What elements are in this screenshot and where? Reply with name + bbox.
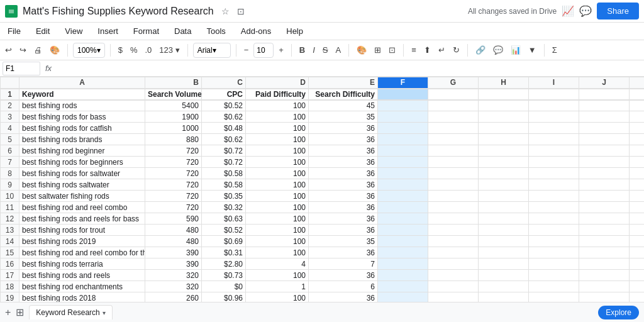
cell-cpc[interactable]: $0.32 xyxy=(202,202,246,213)
cell-keyword[interactable]: best fishing rod beginner xyxy=(19,145,145,157)
cell-f[interactable] xyxy=(378,123,428,134)
paint-format-button[interactable]: 🎨 xyxy=(47,44,62,56)
header-f[interactable] xyxy=(378,89,428,100)
cell-f[interactable] xyxy=(378,202,428,213)
decimal-button[interactable]: .0 xyxy=(143,44,155,56)
valign-button[interactable]: ⬆ xyxy=(421,44,433,56)
cell-cpc[interactable]: $0.52 xyxy=(202,225,246,236)
cell-cpc[interactable]: $0.31 xyxy=(202,247,246,258)
strikethrough-button[interactable]: S xyxy=(320,44,331,56)
share-button[interactable]: Share xyxy=(597,3,639,19)
col-header-b[interactable]: B xyxy=(145,77,202,89)
chart-icon[interactable]: 📈 xyxy=(562,5,574,17)
cell-cpc[interactable]: $0.52 xyxy=(202,100,246,111)
col-header-i[interactable]: I xyxy=(529,77,579,89)
menu-icon[interactable]: ⊡ xyxy=(237,6,245,16)
undo-button[interactable]: ↩ xyxy=(3,44,14,56)
cell-cpc[interactable]: $0.72 xyxy=(202,145,246,157)
cell-f[interactable] xyxy=(378,111,428,123)
cell-paid-difficulty[interactable]: 100 xyxy=(246,213,309,225)
cell-keyword[interactable]: best fishing rods for beginners xyxy=(19,157,145,168)
cell-search-difficulty[interactable]: 36 xyxy=(309,213,378,225)
cell-keyword[interactable]: best fishing rods brands xyxy=(19,134,145,145)
cell-search-difficulty[interactable]: 36 xyxy=(309,134,378,145)
cell-paid-difficulty[interactable]: 100 xyxy=(246,202,309,213)
sheet-scroll[interactable]: A B C D E F G H I J K L M 1 xyxy=(0,77,644,302)
filter-button[interactable]: ▼ xyxy=(526,44,539,56)
cell-paid-difficulty[interactable]: 100 xyxy=(246,134,309,145)
cell-search-volume[interactable]: 390 xyxy=(145,258,202,270)
font-size-increase[interactable]: + xyxy=(276,44,286,56)
cell-keyword[interactable]: best fishing rod and reel combo for the … xyxy=(19,247,145,258)
cell-keyword[interactable]: best fishing rods xyxy=(19,100,145,111)
header-keyword[interactable]: Keyword xyxy=(19,89,145,100)
text-color-button[interactable]: A xyxy=(333,44,344,56)
cell-paid-difficulty[interactable]: 100 xyxy=(246,247,309,258)
cell-paid-difficulty[interactable]: 100 xyxy=(246,191,309,202)
cell-f[interactable] xyxy=(378,236,428,247)
sheet-tab-keyword-research[interactable]: Keyword Research ▾ xyxy=(29,305,112,319)
cell-search-volume[interactable]: 880 xyxy=(145,134,202,145)
font-size-field[interactable]: 10 xyxy=(253,43,274,58)
col-header-h[interactable]: H xyxy=(479,77,529,89)
cell-search-difficulty[interactable]: 45 xyxy=(309,100,378,111)
cell-cpc[interactable]: $0.58 xyxy=(202,168,246,179)
cell-search-volume[interactable]: 390 xyxy=(145,247,202,258)
fill-color-button[interactable]: 🎨 xyxy=(354,44,369,56)
cell-search-difficulty[interactable]: 36 xyxy=(309,225,378,236)
cell-f[interactable] xyxy=(378,179,428,191)
header-paid-difficulty[interactable]: Paid Difficulty xyxy=(246,89,309,100)
cell-keyword[interactable]: best fishing rods for bass xyxy=(19,111,145,123)
cell-cpc[interactable]: $0 xyxy=(202,281,246,292)
col-header-e[interactable]: E xyxy=(309,77,378,89)
menu-tools[interactable]: Tools xyxy=(204,25,228,37)
cell-keyword[interactable]: best fishing rods and reels xyxy=(19,270,145,281)
cell-f[interactable] xyxy=(378,168,428,179)
cell-search-difficulty[interactable]: 36 xyxy=(309,191,378,202)
cell-f[interactable] xyxy=(378,225,428,236)
cell-search-volume[interactable]: 480 xyxy=(145,236,202,247)
cell-search-volume[interactable]: 720 xyxy=(145,145,202,157)
cell-search-volume[interactable]: 720 xyxy=(145,191,202,202)
cell-search-volume[interactable]: 320 xyxy=(145,281,202,292)
cell-cpc[interactable]: $0.69 xyxy=(202,236,246,247)
col-header-k[interactable]: K xyxy=(630,77,645,89)
merge-button[interactable]: ⊡ xyxy=(386,44,398,56)
currency-button[interactable]: $ xyxy=(116,44,125,56)
cell-f[interactable] xyxy=(378,258,428,270)
cell-reference[interactable]: F1 xyxy=(3,62,40,75)
cell-search-difficulty[interactable]: 35 xyxy=(309,111,378,123)
cell-f[interactable] xyxy=(378,292,428,303)
cell-keyword[interactable]: best fishing rod enchantments xyxy=(19,281,145,292)
menu-view[interactable]: View xyxy=(62,25,85,37)
star-icon[interactable]: ☆ xyxy=(221,6,230,16)
font-selector[interactable]: Arial ▾ xyxy=(193,43,231,58)
cell-search-difficulty[interactable]: 36 xyxy=(309,168,378,179)
col-header-d[interactable]: D xyxy=(246,77,309,89)
cell-keyword[interactable]: best fishing rods for catfish xyxy=(19,123,145,134)
menu-edit[interactable]: Edit xyxy=(33,25,52,37)
cell-paid-difficulty[interactable]: 4 xyxy=(246,258,309,270)
cell-search-difficulty[interactable]: 36 xyxy=(309,145,378,157)
menu-help[interactable]: Help xyxy=(284,25,306,37)
cell-paid-difficulty[interactable]: 100 xyxy=(246,100,309,111)
cell-search-difficulty[interactable]: 6 xyxy=(309,281,378,292)
cell-search-difficulty[interactable]: 36 xyxy=(309,179,378,191)
chart-tb-button[interactable]: 📊 xyxy=(508,44,523,56)
cell-cpc[interactable]: $0.96 xyxy=(202,292,246,303)
cell-search-volume[interactable]: 1000 xyxy=(145,123,202,134)
cell-search-difficulty[interactable]: 36 xyxy=(309,123,378,134)
cell-search-difficulty[interactable]: 36 xyxy=(309,157,378,168)
cell-search-volume[interactable]: 1900 xyxy=(145,111,202,123)
cell-keyword[interactable]: best fishing rods saltwater xyxy=(19,179,145,191)
cell-cpc[interactable]: $0.62 xyxy=(202,111,246,123)
cell-keyword[interactable]: best fishing rods terraria xyxy=(19,258,145,270)
align-button[interactable]: ≡ xyxy=(409,44,419,56)
cell-keyword[interactable]: best fishing rods for trout xyxy=(19,225,145,236)
cell-paid-difficulty[interactable]: 100 xyxy=(246,270,309,281)
cell-cpc[interactable]: $0.35 xyxy=(202,191,246,202)
cell-search-volume[interactable]: 260 xyxy=(145,292,202,303)
cell-search-volume[interactable]: 720 xyxy=(145,202,202,213)
col-header-a[interactable]: A xyxy=(19,77,145,89)
cell-paid-difficulty[interactable]: 100 xyxy=(246,157,309,168)
